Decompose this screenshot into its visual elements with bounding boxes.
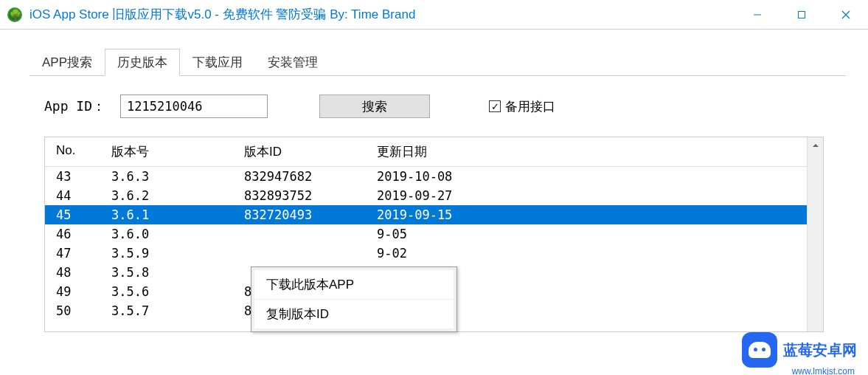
context-menu: 下载此版本APP复制版本ID xyxy=(251,266,457,332)
watermark-logo: 蓝莓安卓网 xyxy=(742,332,857,368)
minimize-button[interactable] xyxy=(735,0,780,29)
context-menu-item-1[interactable]: 复制版本ID xyxy=(254,300,454,328)
tab-3[interactable]: 安装管理 xyxy=(255,49,330,76)
app-icon: 🌳 xyxy=(7,7,22,22)
table-row[interactable]: 443.6.28328937522019-09-27 xyxy=(45,186,807,205)
header-no[interactable]: No. xyxy=(45,143,111,160)
backup-api-label: 备用接口 xyxy=(505,98,555,115)
app-id-label: App ID： xyxy=(44,97,105,115)
cell-version: 3.5.6 xyxy=(111,284,244,299)
cell-no: 49 xyxy=(45,284,111,299)
cell-no: 45 xyxy=(45,207,111,222)
cell-no: 50 xyxy=(45,303,111,318)
search-row: App ID： 搜索 ✓ 备用接口 xyxy=(44,94,846,118)
table-row[interactable]: 453.6.18327204932019-09-15 xyxy=(45,205,807,224)
svg-rect-0 xyxy=(754,14,761,15)
cell-version: 3.6.2 xyxy=(111,188,244,203)
tab-2[interactable]: 下载应用 xyxy=(180,49,255,76)
tab-bar: APP搜索历史版本下载应用安装管理 xyxy=(29,48,846,76)
svg-rect-1 xyxy=(799,11,805,18)
cell-version-id: 832893752 xyxy=(244,188,377,203)
watermark-icon xyxy=(742,332,777,368)
tab-0[interactable]: APP搜索 xyxy=(29,49,105,76)
backup-api-checkbox[interactable]: ✓ xyxy=(489,100,501,112)
window-titlebar: 🌳 iOS App Store 旧版应用下载v5.0 - 免费软件 警防受骗 B… xyxy=(0,0,868,30)
cell-date: 2019-09-27 xyxy=(377,188,524,203)
cell-version: 3.5.9 xyxy=(111,246,244,261)
cell-date: 2019-09-15 xyxy=(377,207,524,222)
table-row[interactable]: 473.5.99-02 xyxy=(45,244,807,263)
table-header: No. 版本号 版本ID 更新日期 xyxy=(45,137,807,167)
cell-version: 3.5.7 xyxy=(111,303,244,318)
cell-version: 3.6.3 xyxy=(111,169,244,184)
scroll-up-button[interactable] xyxy=(808,137,823,154)
cell-no: 43 xyxy=(45,169,111,184)
window-title: iOS App Store 旧版应用下载v5.0 - 免费软件 警防受骗 By:… xyxy=(29,6,735,23)
cell-no: 44 xyxy=(45,188,111,203)
cell-version: 3.6.1 xyxy=(111,207,244,222)
cell-version: 3.5.8 xyxy=(111,265,244,280)
backup-api-checkbox-wrap: ✓ 备用接口 xyxy=(489,98,555,115)
cell-no: 47 xyxy=(45,246,111,261)
cell-version-id xyxy=(244,246,377,261)
context-menu-item-0[interactable]: 下载此版本APP xyxy=(254,270,454,299)
scrollbar[interactable] xyxy=(807,137,823,331)
cell-version: 3.6.0 xyxy=(111,227,244,241)
tab-1[interactable]: 历史版本 xyxy=(105,49,180,76)
cell-version-id: 832947682 xyxy=(244,169,377,184)
watermark-brand: 蓝莓安卓网 xyxy=(783,340,857,360)
cell-date: 9-02 xyxy=(377,246,524,261)
cell-date: 9-05 xyxy=(377,227,524,241)
cell-date: 2019-10-08 xyxy=(377,169,524,184)
header-date[interactable]: 更新日期 xyxy=(377,143,524,160)
cell-no: 46 xyxy=(45,227,111,241)
cell-version-id: 832720493 xyxy=(244,207,377,222)
window-controls xyxy=(735,0,868,29)
header-version[interactable]: 版本号 xyxy=(111,143,244,160)
cell-version-id xyxy=(244,227,377,241)
search-button[interactable]: 搜索 xyxy=(319,94,430,118)
table-row[interactable]: 433.6.38329476822019-10-08 xyxy=(45,167,807,186)
app-id-input[interactable] xyxy=(120,94,268,118)
cell-no: 48 xyxy=(45,265,111,280)
maximize-button[interactable] xyxy=(780,0,824,29)
table-row[interactable]: 463.6.09-05 xyxy=(45,224,807,244)
close-button[interactable] xyxy=(824,0,868,29)
scroll-track[interactable] xyxy=(808,154,823,331)
header-version-id[interactable]: 版本ID xyxy=(244,143,377,160)
